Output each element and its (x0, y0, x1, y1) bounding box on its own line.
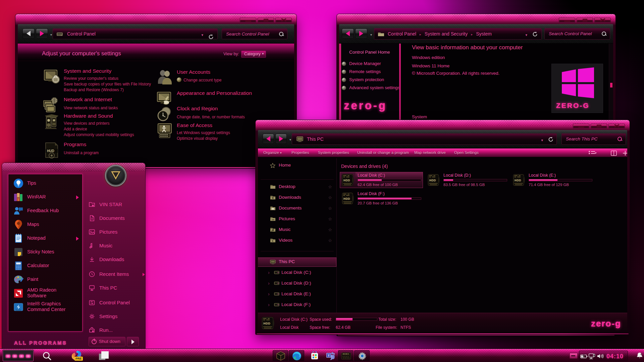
place-control-panel[interactable]: Control Panel (87, 298, 144, 308)
pin-star-icon[interactable]: ☆ (328, 217, 332, 222)
sidebar-item-desktop[interactable]: Desktop ☆ (258, 183, 336, 191)
search-box[interactable]: Search Control Panel (544, 28, 610, 40)
sidebar-item-local-disk-d[interactable]: › Local Disk (D:) (258, 279, 336, 288)
toolbar-open-settings[interactable]: Open Settings (454, 150, 479, 155)
taskbar-app-teams[interactable]: T (323, 350, 338, 361)
place-settings[interactable]: Settings (87, 312, 144, 322)
maximize-button[interactable] (258, 18, 274, 22)
expand-chevron-icon[interactable]: › (268, 302, 270, 308)
app-item-tips[interactable]: Tips (11, 177, 79, 191)
app-item-intel-graphics[interactable]: Intel® Graphics Command Center (11, 301, 79, 314)
drive-local-disk-e[interactable]: Local Disk (E:) 71.4 GB free of 129 GB (511, 172, 594, 188)
drive-local-disk-d[interactable]: Local Disk (D:) 83.5 GB free of 98.5 GB (426, 172, 508, 188)
app-item-calculator[interactable]: Calculator (11, 259, 79, 273)
category-link[interactable]: View network status and tasks (64, 106, 118, 110)
user-avatar[interactable] (105, 165, 126, 186)
pin-star-icon[interactable]: ☆ (328, 184, 332, 189)
search-box[interactable]: Search This PC (561, 133, 626, 145)
breadcrumb[interactable]: This PC (307, 136, 324, 142)
recent-pages-chevron-icon[interactable]: ▾ (289, 138, 291, 141)
address-breadcrumb-field[interactable]: Control Panel ▾ (53, 28, 218, 39)
toolbar-uninstall-program[interactable]: Uninstall or change a program (357, 150, 409, 155)
shutdown-options-arrow[interactable] (127, 337, 139, 346)
close-button[interactable] (608, 124, 625, 128)
toolbar-properties[interactable]: Properties (291, 150, 309, 155)
place-downloads[interactable]: Downloads (87, 255, 144, 265)
category-title[interactable]: Ease of Access (177, 122, 212, 128)
place-user-folder[interactable]: VIN STAR (87, 200, 144, 210)
sidebar-item-music[interactable]: Music ☆ (258, 226, 336, 234)
recent-pages-chevron-icon[interactable]: ▾ (370, 33, 372, 37)
category-title[interactable]: User Accounts (177, 69, 210, 75)
breadcrumb[interactable]: Control Panel (67, 31, 96, 37)
app-item-maps[interactable]: Maps (11, 218, 79, 232)
place-pictures[interactable]: Pictures (87, 228, 144, 238)
address-dropdown-icon[interactable]: ▾ (525, 33, 527, 37)
view-by-dropdown[interactable]: Category (241, 51, 266, 58)
search-icon[interactable] (42, 351, 52, 361)
category-title[interactable]: Network and Internet (64, 97, 112, 103)
sidebar-item-pictures[interactable]: Pictures ☆ (258, 215, 336, 224)
category-title[interactable]: Programs (64, 141, 86, 147)
place-recent-items[interactable]: Recent Items (87, 270, 144, 280)
sidebar-item-this-pc[interactable]: This PC (258, 258, 336, 266)
app-item-notepad[interactable]: Notepad (11, 232, 79, 246)
expand-chevron-icon[interactable]: › (268, 291, 270, 297)
pin-star-icon[interactable]: ☆ (328, 206, 332, 211)
minimize-button[interactable] (240, 18, 256, 22)
forward-button[interactable] (355, 28, 367, 39)
recent-pages-chevron-icon[interactable]: ▾ (50, 33, 52, 37)
refresh-icon[interactable] (208, 34, 214, 40)
notification-bell-icon[interactable]: z (636, 352, 643, 359)
expand-chevron-icon[interactable]: › (268, 280, 270, 286)
forward-button[interactable] (36, 28, 48, 39)
sidebar-item-advanced-system-settings[interactable]: Advanced system settings (349, 85, 400, 90)
place-run[interactable]: Run... (87, 326, 144, 336)
pin-star-icon[interactable]: ☆ (328, 238, 332, 243)
category-link[interactable]: Let Windows suggest settings (177, 130, 230, 135)
place-this-pc[interactable]: This PC (87, 284, 144, 294)
sidebar-item-videos[interactable]: Videos ☆ (258, 236, 336, 245)
sidebar-item-downloads[interactable]: Downloads ☆ (258, 193, 336, 202)
address-breadcrumb-field[interactable]: Control Panel▸System and Security▸System… (374, 28, 542, 40)
refresh-icon[interactable] (548, 136, 554, 142)
category-link[interactable]: Change account type (183, 78, 221, 82)
category-link[interactable]: Adjust commonly used mobility settings (64, 132, 134, 137)
app-item-paint[interactable]: Paint (11, 273, 79, 287)
breadcrumb-item[interactable]: System and Security (425, 31, 468, 37)
copilot-icon[interactable]: PRE (71, 350, 85, 362)
sidebar-item-remote-settings[interactable]: Remote settings (349, 69, 381, 74)
drive-local-disk-c[interactable]: Local Disk (C:) 62.4 GB free of 100 GB (340, 172, 423, 188)
category-link[interactable]: View devices and printers (64, 121, 110, 126)
minimize-button[interactable] (559, 18, 575, 22)
sidebar-item-local-disk-f[interactable]: › Local Disk (F:) (258, 301, 336, 309)
app-item-feedback-hub[interactable]: Feedback Hub (11, 204, 79, 218)
taskbar-app-settings[interactable] (354, 350, 370, 361)
pin-star-icon[interactable]: ☆ (328, 227, 332, 232)
search-box[interactable]: Search Control Panel (222, 28, 287, 39)
toolbar-system-properties[interactable]: System properties (318, 150, 349, 155)
maximize-button[interactable] (577, 18, 593, 22)
expand-chevron-icon[interactable]: › (268, 269, 270, 276)
taskbar-app-store[interactable] (307, 350, 322, 361)
battery-icon[interactable] (580, 354, 588, 359)
toolbar-organize[interactable]: Organize ▾ (263, 150, 281, 155)
category-title[interactable]: System and Security (64, 68, 111, 74)
category-title[interactable]: Hardware and Sound (64, 113, 113, 119)
taskbar-app-edge[interactable] (289, 350, 304, 361)
back-button[interactable] (342, 28, 354, 39)
back-button[interactable] (22, 28, 35, 39)
group-header[interactable]: Devices and drives (4) (341, 164, 388, 169)
all-programs-label[interactable]: ALL PROGRAMS (14, 340, 67, 346)
app-item-sticky-notes[interactable]: Sticky Notes (11, 246, 79, 259)
address-breadcrumb-field[interactable]: This PC ▾ (292, 133, 557, 145)
sidebar-item-home[interactable]: Home (258, 161, 336, 170)
volume-icon[interactable] (597, 354, 604, 359)
category-link[interactable]: Backup and Restore (Windows 7) (64, 87, 124, 92)
taskbar-app-keyboard[interactable] (338, 350, 354, 361)
taskbar-app-explorer-cube[interactable] (273, 350, 288, 361)
taskbar-clock[interactable]: 04:10 (606, 353, 624, 360)
preview-pane-icon[interactable] (611, 150, 617, 156)
category-title[interactable]: Clock and Region (177, 106, 218, 112)
category-title[interactable]: Appearance and Personalization (177, 90, 252, 96)
